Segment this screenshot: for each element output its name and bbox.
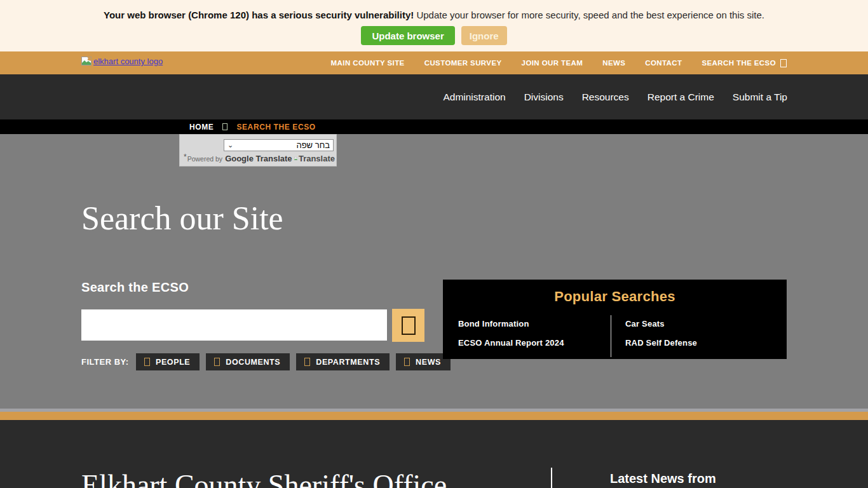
warning-text-normal: Update your browser for more security, s…	[416, 10, 764, 20]
broken-image-icon	[81, 57, 92, 66]
missing-glyph-icon	[214, 358, 220, 366]
header-nav: MAIN COUNTY SITE CUSTOMER SURVEY JOIN OU…	[331, 51, 787, 74]
popular-search-bond-information[interactable]: Bond Information	[458, 319, 611, 329]
nav-administration[interactable]: Administration	[443, 92, 505, 103]
browser-warning-banner: Your web browser (Chrome 120) has a seri…	[0, 0, 868, 51]
filter-departments-button[interactable]: DEPARTMENTS	[296, 353, 390, 370]
missing-glyph-icon	[780, 59, 787, 67]
translate-attribution: * Powered by Google Translate Translate	[184, 154, 335, 163]
popular-col-1: Bond Information ECSO Annual Report 2024	[443, 315, 611, 357]
popular-searches-heading: Popular Searches	[443, 288, 787, 305]
site-logo-link[interactable]: elkhart county logo	[81, 57, 163, 66]
breadcrumb-separator-icon	[222, 123, 227, 130]
popular-search-ecso-annual-report[interactable]: ECSO Annual Report 2024	[458, 338, 611, 348]
nav-main-county-site[interactable]: MAIN COUNTY SITE	[331, 59, 405, 67]
main-nav-bar: Administration Divisions Resources Repor…	[0, 74, 868, 119]
search-section-heading: Search the ECSO	[81, 280, 189, 295]
logo-alt-text: elkhart county logo	[93, 57, 163, 66]
google-translate-widget: ⌄ בחר שפה * Powered by Google Translate …	[179, 134, 337, 166]
footer-vertical-divider	[551, 468, 552, 488]
page-title: Search our Site	[81, 200, 283, 237]
nav-divisions[interactable]: Divisions	[524, 92, 564, 103]
filter-documents-button[interactable]: DOCUMENTS	[206, 353, 290, 370]
nav-news[interactable]: NEWS	[602, 59, 625, 67]
popular-searches-grid: Bond Information ECSO Annual Report 2024…	[443, 315, 787, 351]
breadcrumb-home-link[interactable]: HOME	[189, 123, 214, 132]
popular-searches-panel: Popular Searches Bond Information ECSO A…	[443, 280, 787, 359]
warning-buttons: Update browser Ignore	[0, 26, 868, 45]
warning-text: Your web browser (Chrome 120) has a seri…	[0, 0, 868, 20]
filter-by-label: FILTER BY:	[81, 357, 129, 367]
translate-alt-text: Translate	[299, 154, 335, 163]
nav-search-the-ecso[interactable]: SEARCH THE ECSO	[702, 59, 787, 67]
language-select-value: בחר שפה	[296, 140, 330, 150]
filter-people-button[interactable]: PEOPLE	[136, 353, 200, 370]
latest-news-heading: Latest News from	[610, 471, 716, 486]
gold-divider-bar	[0, 412, 868, 420]
google-translate-link[interactable]: Google Translate	[225, 154, 292, 163]
nav-resources[interactable]: Resources	[582, 92, 629, 103]
update-browser-button[interactable]: Update browser	[361, 26, 454, 45]
powered-by-text: Powered by	[187, 155, 222, 163]
footer-title: Elkhart County Sheriff's Office	[81, 468, 447, 488]
nav-join-our-team[interactable]: JOIN OUR TEAM	[522, 59, 583, 67]
filter-buttons: PEOPLE DOCUMENTS DEPARTMENTS NEWS	[136, 353, 451, 370]
breadcrumb: HOME SEARCH THE ECSO	[0, 119, 868, 134]
footer-section: Elkhart County Sheriff's Office Latest N…	[0, 420, 868, 488]
main-nav: Administration Divisions Resources Repor…	[443, 74, 787, 119]
nav-report-a-crime[interactable]: Report a Crime	[648, 92, 714, 103]
warning-text-bold: Your web browser (Chrome 120) has a seri…	[104, 10, 414, 20]
dropdown-arrow-icon: ⌄	[227, 142, 233, 149]
nav-customer-survey[interactable]: CUSTOMER SURVEY	[424, 59, 502, 67]
broken-image-icon	[294, 154, 297, 163]
popular-col-2: Car Seats RAD Self Defense	[611, 315, 787, 357]
search-input[interactable]	[81, 309, 387, 341]
missing-glyph-icon	[304, 358, 310, 366]
missing-glyph-icon	[404, 358, 410, 366]
missing-glyph-icon	[144, 358, 150, 366]
missing-glyph-icon	[402, 316, 416, 335]
nav-contact[interactable]: CONTACT	[645, 59, 682, 67]
language-select[interactable]: ⌄ בחר שפה	[224, 139, 334, 151]
popular-search-rad-self-defense[interactable]: RAD Self Defense	[625, 338, 787, 348]
attribution-asterisk: *	[184, 152, 187, 161]
header-bar: elkhart county logo MAIN COUNTY SITE CUS…	[0, 51, 868, 74]
breadcrumb-current: SEARCH THE ECSO	[236, 123, 315, 132]
nav-submit-a-tip[interactable]: Submit a Tip	[733, 92, 787, 103]
popular-search-car-seats[interactable]: Car Seats	[625, 319, 787, 329]
ignore-button[interactable]: Ignore	[461, 26, 507, 45]
search-button[interactable]	[392, 309, 424, 342]
page: Your web browser (Chrome 120) has a seri…	[0, 0, 868, 488]
